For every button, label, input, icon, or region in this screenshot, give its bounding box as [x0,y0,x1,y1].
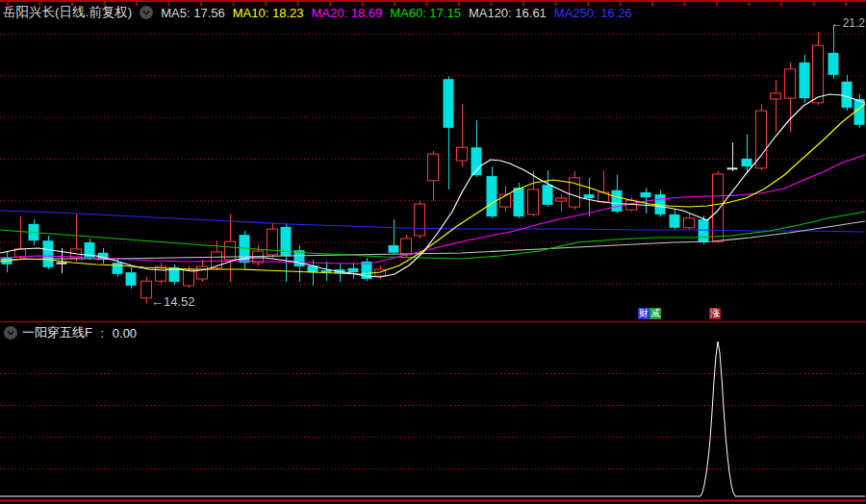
indicator-name: 一阳穿五线F [22,324,92,341]
ma-label-6: MA250: 16.26 [554,6,632,20]
ma-label-5: MA120: 16.61 [469,6,547,20]
signal-badge: 减 [650,308,661,319]
chart-title: 岳阳兴长(日线.前复权) [3,4,132,21]
chevron-down-icon[interactable] [140,6,153,19]
ma-label-2: MA10: 18.23 [233,6,304,20]
ma-line-MA60 [0,212,865,259]
signal-badge: 财 [638,308,650,319]
price-low-annotation: ←14.52 [151,294,195,309]
signal-badge: 涨 [709,308,721,319]
chart-header: 岳阳兴长(日线.前复权) MA5: 17.56MA10: 18.23MA20: … [3,3,632,22]
app-window: 岳阳兴长(日线.前复权) MA5: 17.56MA10: 18.23MA20: … [0,0,866,504]
ma-line-MA250 [0,211,865,232]
ma-line-MA5 [0,94,865,277]
indicator-header: 一阳穿五线F : 0.00 [4,324,137,341]
indicator-spike-line [0,341,865,496]
ma-label-1: MA5: 17.56 [161,6,225,20]
price-high-annotation: ←21.2 [831,16,865,30]
chevron-down-icon[interactable] [4,326,17,340]
main-chart-canvas[interactable] [0,0,866,504]
indicator-separator: : [97,326,108,340]
indicator-value: 0.00 [113,326,137,340]
ma-legend: MA5: 17.56MA10: 18.23MA20: 18.69MA60: 17… [161,6,632,20]
ma-label-4: MA60: 17.15 [390,6,461,20]
ma-label-3: MA20: 18.69 [311,6,382,20]
